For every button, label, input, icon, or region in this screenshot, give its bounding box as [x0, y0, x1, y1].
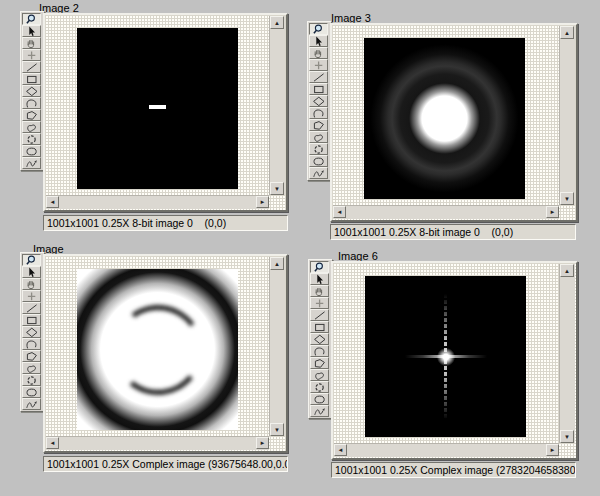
rotated-rectangle-tool-button[interactable]	[22, 326, 41, 338]
vertical-scrollbar[interactable]: ▲ ▼	[559, 26, 575, 205]
scroll-down-button[interactable]: ▼	[560, 430, 574, 443]
oval-tool-button[interactable]	[22, 386, 41, 398]
horizontal-scrollbar[interactable]: ◄ ►	[334, 443, 559, 457]
vertical-scroll-trough[interactable]	[270, 270, 285, 423]
scroll-right-button[interactable]: ►	[546, 206, 559, 218]
image-display[interactable]	[364, 38, 525, 199]
scroll-up-button[interactable]: ▲	[560, 264, 574, 277]
zoom-tool-button[interactable]	[309, 23, 328, 35]
oval-tool-button[interactable]	[22, 145, 41, 157]
zoom-tool-button[interactable]	[310, 261, 329, 273]
down-arrow-icon: ▼	[274, 186, 280, 192]
selection-tool-button[interactable]	[22, 266, 41, 278]
scroll-down-button[interactable]: ▼	[270, 182, 284, 195]
rotated-rectangle-tool-button[interactable]	[310, 333, 329, 345]
freehand-region-tool-button[interactable]	[22, 362, 41, 374]
scroll-down-button[interactable]: ▼	[560, 192, 574, 205]
image-display[interactable]	[365, 276, 526, 437]
point-tool-button[interactable]	[309, 59, 328, 71]
vertical-scroll-trough[interactable]	[560, 39, 575, 192]
polygon-tool-button[interactable]	[22, 109, 41, 121]
polygon-tool-button[interactable]	[309, 119, 328, 131]
image-viewport[interactable]	[332, 25, 576, 220]
horizontal-scroll-trough[interactable]	[346, 206, 546, 219]
horizontal-scroll-trough[interactable]	[59, 196, 256, 209]
line-tool-button[interactable]	[309, 71, 328, 83]
rectangle-tool-button[interactable]	[310, 321, 329, 333]
annulus-tool-button[interactable]	[22, 133, 41, 145]
horizontal-scroll-trough[interactable]	[347, 444, 546, 457]
oval-tool-button[interactable]	[309, 155, 328, 167]
scroll-left-button[interactable]: ◄	[334, 444, 347, 456]
scroll-up-button[interactable]: ▲	[270, 257, 284, 270]
pan-tool-button[interactable]	[309, 47, 328, 59]
rectangle-tool-icon	[312, 84, 326, 95]
scroll-left-button[interactable]: ◄	[46, 437, 59, 449]
image-viewport[interactable]	[45, 256, 286, 451]
vertical-scroll-trough[interactable]	[560, 277, 575, 430]
rotated-rectangle-tool-button[interactable]	[309, 95, 328, 107]
broken-line-tool-button[interactable]	[309, 107, 328, 119]
broken-line-tool-button[interactable]	[22, 97, 41, 109]
rectangle-tool-button[interactable]	[309, 83, 328, 95]
scroll-right-button[interactable]: ►	[256, 437, 269, 449]
vertical-scrollbar[interactable]: ▲ ▼	[269, 257, 285, 436]
image-display[interactable]	[77, 28, 238, 189]
image-display[interactable]	[77, 269, 238, 430]
point-tool-button[interactable]	[310, 297, 329, 309]
pan-tool-button[interactable]	[22, 278, 41, 290]
point-tool-button[interactable]	[22, 290, 41, 302]
freehand-region-tool-button[interactable]	[309, 131, 328, 143]
polygon-tool-button[interactable]	[22, 350, 41, 362]
freehand-line-tool-button[interactable]	[310, 405, 329, 417]
line-tool-button[interactable]	[22, 61, 41, 73]
selection-tool-icon	[313, 274, 327, 285]
broken-line-tool-button[interactable]	[310, 345, 329, 357]
pan-tool-icon	[25, 38, 39, 49]
rectangle-tool-button[interactable]	[22, 314, 41, 326]
vertical-scroll-trough[interactable]	[270, 29, 285, 182]
image-viewport[interactable]	[45, 15, 286, 210]
horizontal-scrollbar[interactable]: ◄ ►	[46, 195, 269, 209]
selection-tool-button[interactable]	[22, 25, 41, 37]
annulus-tool-button[interactable]	[22, 374, 41, 386]
image-viewport[interactable]	[333, 263, 576, 458]
right-arrow-icon: ►	[550, 447, 556, 453]
left-arrow-icon: ◄	[50, 199, 56, 205]
rectangle-tool-button[interactable]	[22, 73, 41, 85]
pan-tool-button[interactable]	[22, 37, 41, 49]
polygon-tool-button[interactable]	[310, 357, 329, 369]
vertical-scrollbar[interactable]: ▲ ▼	[269, 16, 285, 195]
pan-tool-button[interactable]	[310, 285, 329, 297]
horizontal-scroll-trough[interactable]	[59, 437, 256, 450]
horizontal-scrollbar[interactable]: ◄ ►	[333, 205, 559, 219]
image-info-status-bar: 1001x1001 0.25X Complex image (278320465…	[331, 462, 576, 478]
scroll-left-button[interactable]: ◄	[333, 206, 346, 218]
freehand-region-tool-button[interactable]	[310, 369, 329, 381]
rectangle-tool-icon	[25, 315, 39, 326]
freehand-line-tool-button[interactable]	[309, 167, 328, 179]
vertical-scrollbar[interactable]: ▲ ▼	[559, 264, 575, 443]
scroll-down-button[interactable]: ▼	[270, 423, 284, 436]
point-tool-button[interactable]	[22, 49, 41, 61]
zoom-tool-button[interactable]	[22, 13, 41, 25]
scroll-right-button[interactable]: ►	[256, 196, 269, 208]
annulus-tool-button[interactable]	[310, 381, 329, 393]
scroll-left-button[interactable]: ◄	[46, 196, 59, 208]
freehand-line-tool-button[interactable]	[22, 157, 41, 169]
line-tool-button[interactable]	[22, 302, 41, 314]
scroll-up-button[interactable]: ▲	[560, 26, 574, 39]
zoom-tool-button[interactable]	[22, 254, 41, 266]
scroll-right-button[interactable]: ►	[546, 444, 559, 456]
freehand-line-tool-button[interactable]	[22, 398, 41, 410]
selection-tool-button[interactable]	[310, 273, 329, 285]
scroll-up-button[interactable]: ▲	[270, 16, 284, 29]
oval-tool-button[interactable]	[310, 393, 329, 405]
horizontal-scrollbar[interactable]: ◄ ►	[46, 436, 269, 450]
rotated-rectangle-tool-button[interactable]	[22, 85, 41, 97]
freehand-region-tool-button[interactable]	[22, 121, 41, 133]
broken-line-tool-button[interactable]	[22, 338, 41, 350]
annulus-tool-button[interactable]	[309, 143, 328, 155]
line-tool-button[interactable]	[310, 309, 329, 321]
selection-tool-button[interactable]	[309, 35, 328, 47]
